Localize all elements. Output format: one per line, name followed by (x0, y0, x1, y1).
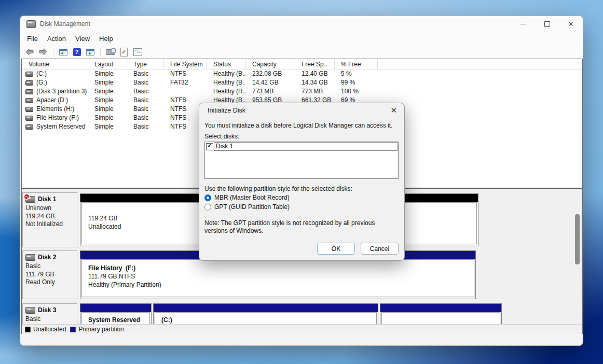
primary-partition-bar (380, 304, 501, 312)
column-header-free-space[interactable]: Free Sp... (295, 59, 335, 69)
rescan-disks-icon[interactable] (105, 47, 116, 57)
volume-capacity: 232.08 GB (246, 69, 295, 78)
volume-layout: Simple (88, 96, 127, 105)
volume-row[interactable]: (C:) Simple Basic NTFS Healthy (B... 232… (22, 69, 582, 78)
disk-listbox[interactable]: Disk 1 (204, 142, 399, 179)
partition-status: Healthy (Primary Partition) (82, 281, 474, 289)
gpt-note: Note: The GPT partition style is not rec… (204, 219, 391, 235)
show-action-pane-icon[interactable] (85, 47, 95, 57)
column-header-volume[interactable]: Volume (22, 59, 88, 69)
volume-layout: Simple (88, 87, 127, 96)
primary-partition-bar (80, 304, 151, 312)
column-header-status[interactable]: Status (207, 59, 246, 69)
disk-icon (25, 254, 35, 261)
minimize-button[interactable] (511, 16, 535, 32)
volume-free-space: 773 MB (295, 87, 335, 96)
volume-name: (Disk 3 partition 3) (36, 87, 87, 96)
minimize-icon (520, 24, 526, 24)
volume-pct-free: 99 % (335, 78, 378, 87)
menu-action[interactable]: Action (43, 33, 71, 44)
disk2-header[interactable]: Disk 2 Basic 111.79 GB Read Only (22, 250, 77, 299)
disk-type: Basic (25, 262, 75, 271)
column-header-file-system[interactable]: File System (164, 59, 207, 69)
volume-row[interactable]: (Disk 3 partition 3) Simple Basic Health… (22, 87, 582, 96)
help-icon[interactable]: ? (72, 47, 82, 57)
volume-icon (25, 72, 33, 77)
mbr-radio-row[interactable]: MBR (Master Boot Record) (204, 194, 290, 201)
column-header-capacity[interactable]: Capacity (246, 59, 295, 69)
partition-label: (C:) (155, 316, 376, 324)
vertical-scrollbar-thumb[interactable] (575, 214, 580, 264)
volume-type: Basic (127, 87, 164, 96)
menu-view[interactable]: View (71, 33, 94, 44)
volume-name: System Reserved (36, 122, 86, 131)
disk-list-item[interactable]: Disk 1 (205, 142, 398, 151)
disk1-checkbox[interactable] (206, 143, 213, 150)
column-header-type[interactable]: Type (127, 59, 164, 69)
legend-primary-label: Primary partition (78, 326, 124, 333)
menu-help[interactable]: Help (94, 33, 118, 44)
show-console-tree-icon[interactable] (58, 47, 68, 57)
gpt-radio-row[interactable]: GPT (GUID Partition Table) (204, 203, 290, 211)
volume-type: Basic (127, 122, 164, 131)
volume-layout: Simple (88, 122, 127, 131)
check-disk-icon[interactable] (119, 47, 129, 57)
ok-button[interactable]: OK (317, 243, 355, 255)
primary-partition-swatch (70, 327, 76, 332)
menu-bar: File Action View Help (20, 32, 583, 45)
disk1-item-label[interactable]: Disk 1 (214, 142, 398, 151)
disk3-header[interactable]: Disk 3 Basic (22, 303, 77, 324)
volume-type: Basic (127, 96, 164, 105)
mbr-radio[interactable] (204, 194, 211, 201)
dialog-title: Initialize Disk (208, 107, 245, 114)
volume-icon (25, 89, 33, 94)
initialize-disk-dialog: Initialize Disk ✕ You must initialize a … (199, 103, 405, 261)
legend-unallocated-label: Unallocated (33, 326, 66, 333)
back-icon[interactable] (24, 47, 35, 57)
volume-icon (25, 80, 33, 86)
disk-type: Unknown (25, 204, 75, 213)
column-header-layout[interactable]: Layout (88, 59, 127, 69)
column-header-pct-free[interactable]: % Free (335, 59, 378, 69)
disk-name: Disk 2 (38, 254, 56, 261)
disk-icon (25, 307, 35, 314)
volume-icon (25, 124, 33, 130)
volume-row[interactable]: (G:) Simple Basic FAT32 Healthy (B... 14… (22, 78, 582, 87)
partition-size: 111.79 GB NTFS (82, 272, 474, 281)
legend-bar: Unallocated Primary partition (22, 324, 582, 334)
disk-name: Disk 1 (38, 195, 56, 203)
disk1-header[interactable]: Disk 1 Unknown 119.24 GB Not Initialized (22, 192, 77, 247)
volume-name: File History (F:) (36, 114, 79, 122)
volume-fs: NTFS (164, 69, 207, 78)
disk3-partition-system-reserved[interactable]: System Reserved (80, 303, 152, 324)
volume-layout: Simple (88, 114, 127, 122)
forward-icon[interactable] (38, 47, 48, 57)
menu-file[interactable]: File (22, 33, 43, 44)
volume-status: Healthy (B... (207, 69, 246, 78)
maximize-icon (544, 21, 550, 27)
unallocated-swatch (25, 327, 31, 332)
volume-fs (164, 87, 207, 96)
properties-icon[interactable] (132, 47, 143, 57)
volume-layout: Simple (88, 105, 127, 114)
maximize-button[interactable] (535, 16, 559, 32)
disk-management-app-icon (26, 20, 36, 28)
volume-name: Apacer (D:) (36, 96, 68, 105)
cancel-button[interactable]: Cancel (361, 243, 399, 255)
dialog-close-icon[interactable]: ✕ (390, 106, 397, 115)
disk-error-icon (25, 196, 35, 203)
partition-style-label: Use the following partition style for th… (204, 185, 352, 192)
toolbar-separator (53, 48, 53, 56)
gpt-radio[interactable] (204, 204, 211, 211)
window-title: Disk Management (40, 20, 511, 27)
volume-type: Basic (127, 105, 164, 114)
volume-list-header: Volume Layout Type File System Status Ca… (22, 59, 582, 69)
mbr-radio-label: MBR (Master Boot Record) (214, 194, 290, 201)
disk3-partition-c[interactable]: (C:) (153, 303, 378, 324)
dialog-message: You must initialize a disk before Logica… (204, 122, 392, 129)
volume-status: Healthy (B... (207, 78, 246, 87)
toolbar: ? (20, 45, 583, 59)
disk3-partition-3[interactable] (380, 303, 502, 324)
volume-pct-free: 5 % (335, 69, 378, 78)
close-button[interactable]: ✕ (559, 16, 583, 32)
